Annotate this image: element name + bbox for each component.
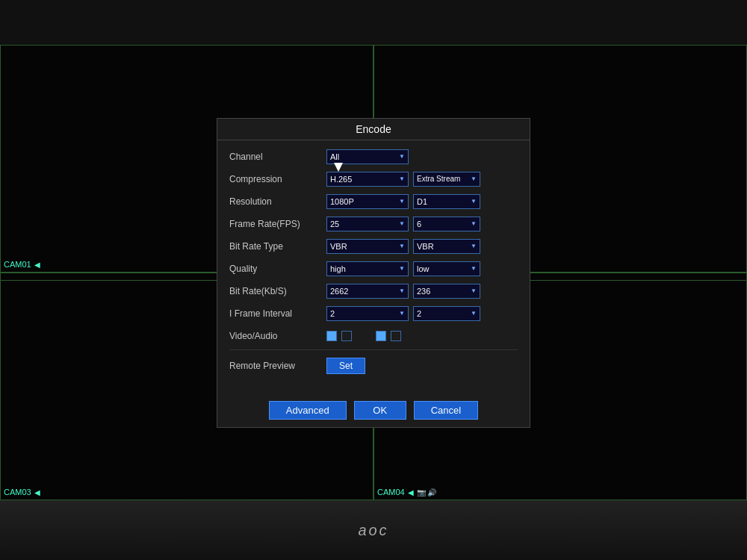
i-frame-main-dropdown[interactable]: 2 ▼ <box>326 306 409 321</box>
frame-rate-controls: 25 ▼ 6 ▼ <box>326 217 518 231</box>
dialog-title: Encode <box>217 119 530 140</box>
i-frame-interval-controls: 2 ▼ 2 ▼ <box>326 306 518 321</box>
dialog-content: Channel All ▼ Compression H.265 ▼ <box>217 140 530 386</box>
bit-rate-extra-dropdown[interactable]: 236 ▼ <box>413 284 480 299</box>
advanced-button[interactable]: Advanced <box>269 401 347 420</box>
monitor-brand: aoc <box>358 522 388 539</box>
bit-rate-row: Bit Rate(Kb/S) 2662 ▼ 236 ▼ <box>229 282 518 300</box>
frame-rate-main-arrow: ▼ <box>399 220 405 227</box>
bit-rate-type-main-dropdown[interactable]: VBR ▼ <box>326 239 409 254</box>
bit-rate-main-dropdown[interactable]: 2662 ▼ <box>326 284 409 299</box>
quality-main-dropdown[interactable]: high ▼ <box>326 261 409 276</box>
resolution-row: Resolution 1080P ▼ D1 ▼ <box>229 193 518 211</box>
bit-rate-type-extra-arrow: ▼ <box>471 243 477 249</box>
quality-label: Quality <box>229 264 326 274</box>
i-frame-extra-arrow: ▼ <box>471 310 477 317</box>
bit-rate-type-extra-dropdown[interactable]: VBR ▼ <box>413 239 480 254</box>
resolution-main-dropdown[interactable]: 1080P ▼ <box>326 194 409 209</box>
frame-rate-main-dropdown[interactable]: 25 ▼ <box>326 217 409 231</box>
frame-rate-extra-arrow: ▼ <box>471 220 477 227</box>
compression-label: Compression <box>229 174 326 184</box>
remote-preview-row: Remote Preview Set <box>229 358 518 374</box>
bit-rate-type-label: Bit Rate Type <box>229 241 326 252</box>
set-button[interactable]: Set <box>326 358 365 374</box>
audio-main-checkbox[interactable] <box>341 331 352 341</box>
bit-rate-controls: 2662 ▼ 236 ▼ <box>326 284 518 299</box>
cancel-button[interactable]: Cancel <box>414 401 478 420</box>
video-audio-row: Video/Audio <box>229 327 518 345</box>
dialog-footer: Advanced OK Cancel <box>217 392 530 427</box>
remote-preview-label: Remote Preview <box>229 361 326 371</box>
video-audio-label: Video/Audio <box>229 331 326 341</box>
bit-rate-type-main-arrow: ▼ <box>399 243 405 249</box>
i-frame-main-arrow: ▼ <box>399 310 405 317</box>
monitor-stand: aoc <box>0 500 747 560</box>
video-audio-extra-checkboxes <box>376 331 401 341</box>
channel-dropdown[interactable]: All ▼ <box>326 149 409 164</box>
ok-button[interactable]: OK <box>354 401 406 420</box>
encode-dialog: Encode Channel All ▼ Compression H.265 <box>217 118 530 428</box>
quality-extra-arrow: ▼ <box>471 265 477 272</box>
video-extra-checkbox[interactable] <box>376 331 386 341</box>
compression-extra-arrow: ▼ <box>471 175 477 182</box>
quality-extra-dropdown[interactable]: low ▼ <box>413 261 480 276</box>
channel-dropdown-arrow: ▼ <box>399 153 405 160</box>
resolution-controls: 1080P ▼ D1 ▼ <box>326 194 518 209</box>
quality-main-arrow: ▼ <box>399 265 405 272</box>
resolution-extra-dropdown[interactable]: D1 ▼ <box>413 194 480 209</box>
bit-rate-type-controls: VBR ▼ VBR ▼ <box>326 239 518 254</box>
resolution-label: Resolution <box>229 196 326 207</box>
frame-rate-row: Frame Rate(FPS) 25 ▼ 6 ▼ <box>229 215 518 233</box>
channel-row: Channel All ▼ <box>229 148 518 166</box>
divider <box>229 349 518 350</box>
bit-rate-extra-arrow: ▼ <box>471 287 477 294</box>
bit-rate-label: Bit Rate(Kb/S) <box>229 286 326 296</box>
compression-controls: H.265 ▼ Extra Stream ▼ <box>326 172 518 187</box>
compression-main-arrow: ▼ <box>399 175 405 182</box>
channel-label: Channel <box>229 152 326 162</box>
video-main-checkbox[interactable] <box>326 331 337 341</box>
compression-row: Compression H.265 ▼ Extra Stream ▼ <box>229 170 518 188</box>
i-frame-interval-label: I Frame Interval <box>229 308 326 319</box>
quality-row: Quality high ▼ low ▼ <box>229 260 518 278</box>
resolution-main-arrow: ▼ <box>399 198 405 205</box>
video-audio-controls <box>326 331 518 341</box>
resolution-extra-arrow: ▼ <box>471 198 477 205</box>
i-frame-extra-dropdown[interactable]: 2 ▼ <box>413 306 480 321</box>
bit-rate-main-arrow: ▼ <box>399 287 405 294</box>
compression-main-dropdown[interactable]: H.265 ▼ <box>326 172 409 187</box>
top-bezel <box>0 0 747 45</box>
frame-rate-label: Frame Rate(FPS) <box>229 219 326 229</box>
channel-controls: All ▼ <box>326 149 518 164</box>
frame-rate-extra-dropdown[interactable]: 6 ▼ <box>413 217 480 231</box>
i-frame-interval-row: I Frame Interval 2 ▼ 2 ▼ <box>229 305 518 323</box>
quality-controls: high ▼ low ▼ <box>326 261 518 276</box>
compression-extra-dropdown[interactable]: Extra Stream ▼ <box>413 172 480 187</box>
dialog-overlay: Encode Channel All ▼ Compression H.265 <box>0 45 747 500</box>
video-audio-main-checkboxes <box>326 331 352 341</box>
audio-extra-checkbox[interactable] <box>391 331 401 341</box>
bit-rate-type-row: Bit Rate Type VBR ▼ VBR ▼ <box>229 237 518 255</box>
